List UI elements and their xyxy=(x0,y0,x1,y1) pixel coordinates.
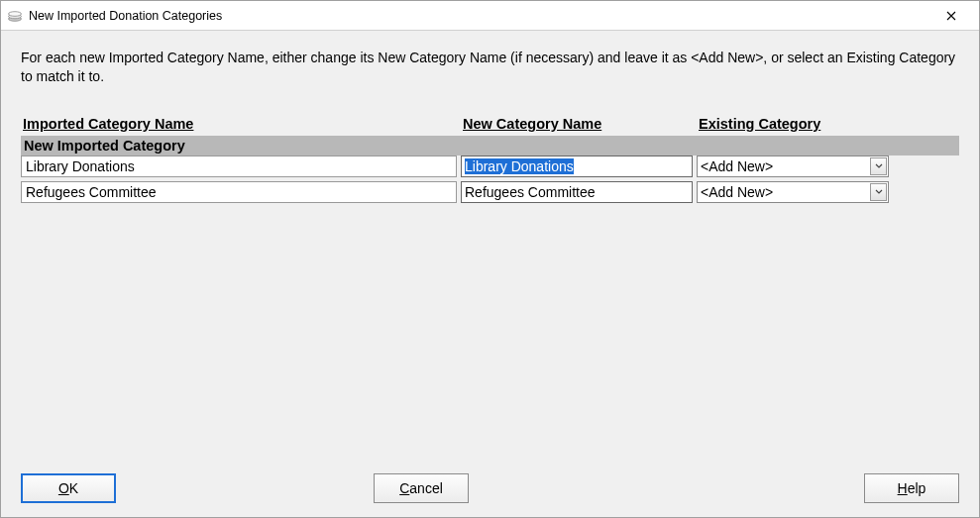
new-category-input[interactable]: Library Donations xyxy=(461,155,693,177)
app-icon xyxy=(7,8,23,24)
window-title: New Imported Donation Categories xyxy=(29,9,929,23)
svg-point-2 xyxy=(9,11,22,16)
dropdown-label: <Add New> xyxy=(701,184,870,200)
grid-row: Refugees Committee <Add New> xyxy=(21,181,959,203)
imported-cell: Library Donations xyxy=(21,155,457,177)
imported-cell: Refugees Committee xyxy=(21,181,457,203)
grid-headers: Imported Category Name New Category Name… xyxy=(21,116,959,136)
existing-category-dropdown[interactable]: <Add New> xyxy=(697,181,889,203)
help-button[interactable]: Help xyxy=(864,473,959,503)
title-bar: New Imported Donation Categories xyxy=(1,1,979,31)
ok-button[interactable]: OK xyxy=(21,473,116,503)
dropdown-label: <Add New> xyxy=(701,158,870,174)
grid-row: Library Donations Library Donations <Add… xyxy=(21,155,959,177)
header-imported: Imported Category Name xyxy=(21,116,461,132)
button-bar: OK Cancel Help xyxy=(1,473,979,503)
instructions-text: For each new Imported Category Name, eit… xyxy=(1,31,979,86)
header-newcat: New Category Name xyxy=(461,116,697,132)
cancel-button[interactable]: Cancel xyxy=(374,473,469,503)
header-existing: Existing Category xyxy=(697,116,954,132)
existing-category-dropdown[interactable]: <Add New> xyxy=(697,155,889,177)
chevron-down-icon[interactable] xyxy=(870,157,887,175)
new-category-input[interactable] xyxy=(461,181,693,203)
chevron-down-icon[interactable] xyxy=(870,183,887,201)
dialog-window: New Imported Donation Categories For eac… xyxy=(0,0,980,518)
category-grid: Imported Category Name New Category Name… xyxy=(1,116,979,207)
grid-section-label: New Imported Category xyxy=(21,136,959,155)
close-button[interactable] xyxy=(929,2,973,30)
